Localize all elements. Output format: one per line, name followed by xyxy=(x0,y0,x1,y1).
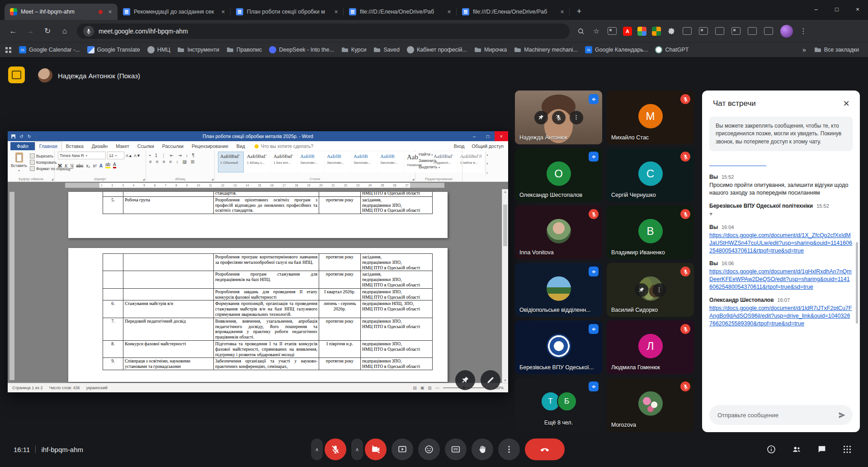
pin-icon[interactable] xyxy=(534,111,548,124)
participant-tile[interactable]: Овідіопольське відділенн... xyxy=(515,263,602,317)
mic-icon[interactable] xyxy=(552,111,566,124)
bookmark-favicon xyxy=(585,46,592,53)
toolbar-extra-icon[interactable] xyxy=(731,27,741,35)
browser-tab[interactable]: Meet – ihf-bpqm-ahm× xyxy=(5,4,118,20)
cut-icon xyxy=(30,153,35,158)
side-panel-icon[interactable] xyxy=(608,27,617,35)
bookmark-item[interactable]: Google Translate xyxy=(84,44,143,55)
chat-close-icon[interactable]: ✕ xyxy=(837,95,855,113)
browser-tab[interactable]: file:///D:/Елена/OneDrive/Раб× xyxy=(344,4,457,20)
tab-close-icon[interactable]: × xyxy=(445,8,453,16)
more-options-button[interactable] xyxy=(498,438,520,460)
participant-tile[interactable]: Morozova xyxy=(607,378,694,432)
bookmark-item[interactable]: ChatGPT xyxy=(652,44,692,55)
participant-tile[interactable]: ССергій Чернушко xyxy=(607,148,694,202)
avatar xyxy=(547,276,571,300)
presentation-pin-button[interactable] xyxy=(455,370,475,390)
end-call-button[interactable] xyxy=(525,438,565,460)
toolbar-extra-icon[interactable] xyxy=(764,27,773,35)
people-panel-icon[interactable] xyxy=(788,440,806,458)
chat-scrollbar[interactable] xyxy=(856,242,858,324)
mic-usage-indicator-icon[interactable] xyxy=(83,26,94,37)
bookmark-item[interactable]: DeepSeek - Into the... xyxy=(266,44,337,55)
participant-tile[interactable]: ООлександр Шестопалов xyxy=(515,148,602,202)
raise-hand-button[interactable] xyxy=(472,438,493,460)
more-options-icon[interactable] xyxy=(652,283,666,297)
bookmark-item[interactable]: Курси xyxy=(338,44,370,55)
back-icon[interactable]: ← xyxy=(5,24,21,39)
bookmark-item[interactable]: Google Calendar -... xyxy=(16,44,83,55)
toolbar-extra-icon[interactable] xyxy=(715,27,724,35)
address-bar[interactable]: meet.google.com/ihf-bpqm-ahm xyxy=(77,24,570,39)
extension-icon[interactable] xyxy=(637,27,646,36)
camera-options-chevron-icon[interactable]: ∧ xyxy=(351,438,363,460)
browser-tab[interactable]: Рекомендації до засідання сек× xyxy=(118,4,231,20)
window-maximize-button[interactable]: □ xyxy=(826,0,847,18)
tab-close-icon[interactable]: × xyxy=(106,8,114,16)
window-close-button[interactable]: × xyxy=(847,0,868,18)
all-bookmarks-button[interactable]: Все закладки xyxy=(811,44,863,55)
adobe-extension-icon[interactable]: A xyxy=(623,27,632,36)
tab-close-icon[interactable]: × xyxy=(219,8,227,16)
participant-tile[interactable]: Березівське ВПУ Одеської... xyxy=(515,320,602,374)
activities-icon[interactable] xyxy=(838,440,856,458)
search-icon[interactable] xyxy=(574,24,588,38)
send-message-icon[interactable] xyxy=(834,407,850,423)
toolbar-extra-icon[interactable] xyxy=(683,27,692,35)
participant-tile[interactable]: Надежда Антонюк xyxy=(515,91,602,144)
toolbar-extra-icon[interactable] xyxy=(748,27,757,35)
participant-tile[interactable]: Василий Сидорко xyxy=(607,263,694,317)
bookmark-item[interactable]: Правопис xyxy=(223,44,265,55)
app-logo-badge[interactable] xyxy=(8,67,25,83)
doc-table-cell: засідання, педпрацівники ЗПО, НМЦ ПТО в … xyxy=(361,254,433,271)
chat-link[interactable]: https://docs.google.com/document/d/1gHxl… xyxy=(709,268,852,290)
reactions-button[interactable] xyxy=(418,438,440,460)
chat-panel-icon[interactable] xyxy=(813,440,831,458)
bookmark-item[interactable]: Machinery mechani... xyxy=(511,44,581,55)
bookmark-item[interactable]: Мирочка xyxy=(471,44,510,55)
pin-icon[interactable] xyxy=(635,283,648,297)
participant-tile[interactable]: ВВладимир Иваненко xyxy=(607,205,694,259)
mic-toggle-button[interactable] xyxy=(325,438,346,460)
new-tab-button[interactable]: + xyxy=(572,5,586,18)
bookmarks-overflow-icon[interactable]: » xyxy=(799,46,810,53)
participant-tile[interactable]: ТБЕщё 8 чел. xyxy=(515,378,602,432)
browser-tab[interactable]: План роботи секції обробки м× xyxy=(231,4,344,20)
participant-tile[interactable]: ММихайло Стас xyxy=(607,91,694,144)
participant-tile[interactable]: ЛЛюдмила Гоменюк xyxy=(607,320,694,374)
extension-icon[interactable] xyxy=(652,27,661,36)
captions-button[interactable] xyxy=(445,438,467,460)
doc-table-cell: Виявлення, вивчення, узагальнення, апроб… xyxy=(214,318,319,340)
bookmark-star-icon[interactable]: ☆ xyxy=(590,24,603,38)
home-icon[interactable]: ⌂ xyxy=(57,24,72,39)
bookmark-item[interactable]: Google Календарь... xyxy=(582,44,651,55)
profile-avatar[interactable] xyxy=(780,25,793,38)
participant-name: Morozova xyxy=(611,422,636,428)
tab-close-icon[interactable]: × xyxy=(332,8,340,16)
chat-link[interactable]: https://docs.google.com/document/d/1X_Zf… xyxy=(709,232,852,254)
tab-close-icon[interactable]: × xyxy=(558,8,566,16)
camera-toggle-button[interactable] xyxy=(365,438,387,460)
browser-tab[interactable]: file:///D:/Елена/OneDrive/Раб× xyxy=(457,4,570,20)
chat-message-input[interactable] xyxy=(717,411,834,419)
chat-truncated-link[interactable] xyxy=(709,162,766,166)
browser-menu-icon[interactable]: ⋮ xyxy=(797,27,809,35)
more-options-icon[interactable] xyxy=(570,111,583,124)
extensions-puzzle-icon[interactable] xyxy=(665,24,678,38)
apps-grid-icon[interactable] xyxy=(5,47,11,53)
meeting-details-icon[interactable] xyxy=(762,440,780,458)
present-screen-button[interactable] xyxy=(392,438,413,460)
bookmark-item[interactable]: Кабінет професій... xyxy=(404,44,470,55)
toolbar-extra-icon[interactable] xyxy=(699,27,708,35)
window-minimize-button[interactable]: – xyxy=(806,0,826,18)
bookmark-item[interactable]: Інструменти xyxy=(174,44,222,55)
meeting-code: ihf-bpqm-ahm xyxy=(41,446,83,453)
bookmark-item[interactable]: Saved xyxy=(370,44,402,55)
chat-link[interactable]: https://docs.google.com/document/d/1ldR7… xyxy=(709,305,852,327)
participant-tile[interactable]: Inna Vonitova xyxy=(515,205,602,259)
bookmark-item[interactable]: НМЦ xyxy=(144,44,174,55)
reload-icon[interactable]: ↻ xyxy=(40,24,55,39)
forward-icon[interactable]: → xyxy=(23,24,38,39)
mic-options-chevron-icon[interactable]: ∧ xyxy=(311,438,323,460)
presentation-annotate-button[interactable] xyxy=(481,370,500,390)
